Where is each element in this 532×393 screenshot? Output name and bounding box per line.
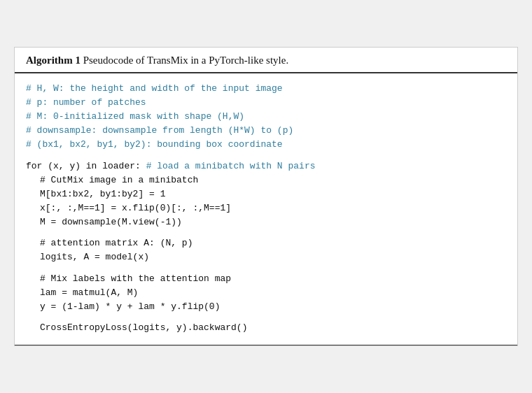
mix-comment: # Mix labels with the attention map — [26, 272, 506, 286]
for-loop-line: for (x, y) in loader: # load a minibatch… — [26, 159, 506, 173]
algorithm-body: # H, W: the height and width of the inpu… — [15, 73, 517, 345]
code-line-4: logits, A = model(x) — [26, 250, 506, 264]
attn-comment: # attention matrix A: (N, p) — [26, 236, 506, 250]
spacer-3 — [26, 265, 506, 272]
comment-line-4: # downsample: downsample from length (H*… — [26, 124, 506, 138]
spacer-4 — [26, 314, 506, 321]
code-line-6: y = (1-lam) * y + lam * y.flip(0) — [26, 300, 506, 314]
code-line-5: lam = matmul(A, M) — [26, 286, 506, 300]
spacer-2 — [26, 229, 506, 236]
algorithm-header: Algorithm 1 Pseudocode of TransMix in a … — [15, 48, 517, 73]
algorithm-title-rest: Pseudocode of TransMix in a PyTorch-like… — [80, 55, 288, 66]
for-loop-comment: # load a minibatch with N pairs — [146, 161, 316, 171]
comment-line-1: # H, W: the height and width of the inpu… — [26, 82, 506, 96]
comment-line-2: # p: number of patches — [26, 96, 506, 110]
for-loop-code: for (x, y) in loader: — [26, 161, 146, 171]
algorithm-title-bold: Algorithm 1 — [26, 55, 80, 66]
algorithm-box: Algorithm 1 Pseudocode of TransMix in a … — [14, 47, 518, 346]
code-line-2: x[:, :,M==1] = x.flip(0)[:, :,M==1] — [26, 201, 506, 215]
code-line-3: M = downsample(M.view(-1)) — [26, 215, 506, 229]
cutmix-comment: # CutMix image in a minibatch — [26, 173, 506, 187]
comment-line-5: # (bx1, bx2, by1, by2): bounding box coo… — [26, 138, 506, 152]
code-line-7: CrossEntropyLoss(logits, y).backward() — [26, 321, 506, 335]
code-line-1: M[bx1:bx2, by1:by2] = 1 — [26, 187, 506, 201]
spacer-1 — [26, 152, 506, 159]
comment-line-3: # M: 0-initialized mask with shape (H,W) — [26, 110, 506, 124]
